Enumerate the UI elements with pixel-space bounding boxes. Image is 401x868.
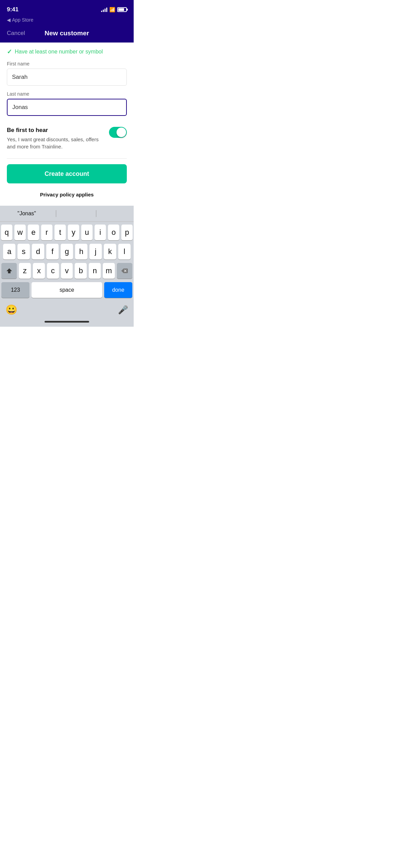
key-f[interactable]: f: [46, 244, 59, 260]
cancel-button[interactable]: Cancel: [7, 30, 25, 37]
battery-icon: [117, 7, 127, 12]
key-q[interactable]: q: [1, 225, 12, 240]
key-w[interactable]: w: [14, 225, 26, 240]
shift-key[interactable]: [1, 263, 17, 279]
key-m[interactable]: m: [103, 263, 115, 279]
divider: [7, 158, 127, 159]
keyboard-area: "Jonas" q w e r t y u i o p a s d f g h …: [0, 206, 134, 327]
key-s[interactable]: s: [17, 244, 30, 260]
key-y[interactable]: y: [68, 225, 79, 240]
key-n[interactable]: n: [89, 263, 101, 279]
back-arrow-icon: ◀: [7, 17, 11, 23]
key-row-1: q w e r t y u i o p: [1, 225, 132, 240]
keyboard: q w e r t y u i o p a s d f g h j k l: [0, 222, 134, 302]
check-icon: ✓: [7, 48, 12, 56]
toggle-text: Be first to hear Yes, I want great disco…: [7, 127, 109, 150]
autocomplete-word-2[interactable]: [72, 212, 80, 215]
toggle-knob: [117, 128, 126, 137]
key-v[interactable]: v: [61, 263, 73, 279]
toggle-title: Be first to hear: [7, 127, 102, 134]
first-name-label: First name: [7, 61, 127, 67]
nav-bar: Cancel New customer: [0, 25, 134, 43]
key-r[interactable]: r: [41, 225, 52, 240]
app-store-label[interactable]: App Store: [12, 17, 33, 23]
page-title: New customer: [45, 29, 89, 37]
be-first-toggle[interactable]: [109, 127, 127, 138]
key-z[interactable]: z: [19, 263, 31, 279]
key-i[interactable]: i: [95, 225, 106, 240]
password-hint-text: Have at least one number or symbol: [15, 49, 103, 55]
key-b[interactable]: b: [75, 263, 87, 279]
last-name-label: Last name: [7, 91, 127, 97]
key-e[interactable]: e: [28, 225, 39, 240]
create-account-button[interactable]: Create account: [7, 164, 127, 183]
key-o[interactable]: o: [108, 225, 119, 240]
status-icons: 📶: [101, 7, 127, 12]
space-key[interactable]: space: [32, 282, 102, 298]
key-row-3: z x c v b n m: [1, 263, 132, 279]
first-name-group: First name: [0, 61, 134, 91]
key-row-2: a s d f g h j k l: [1, 244, 132, 260]
status-time: 9:41: [7, 6, 19, 13]
autocomplete-divider-2: [96, 210, 96, 217]
key-c[interactable]: c: [47, 263, 59, 279]
home-indicator: [0, 319, 134, 327]
home-bar: [45, 321, 89, 323]
privacy-policy-text: Privacy policy applies: [0, 189, 134, 206]
numbers-key[interactable]: 123: [1, 282, 29, 298]
key-t[interactable]: t: [54, 225, 66, 240]
autocomplete-bar: "Jonas": [0, 206, 134, 222]
status-bar: 9:41 📶: [0, 0, 134, 17]
key-d[interactable]: d: [32, 244, 44, 260]
key-g[interactable]: g: [61, 244, 73, 260]
be-first-to-hear-section: Be first to hear Yes, I want great disco…: [0, 121, 134, 156]
autocomplete-word-1[interactable]: "Jonas": [13, 209, 40, 218]
first-name-input[interactable]: [7, 69, 127, 86]
key-x[interactable]: x: [33, 263, 45, 279]
last-name-input[interactable]: [7, 99, 127, 116]
wifi-icon: 📶: [109, 7, 115, 12]
password-hint: ✓ Have at least one number or symbol: [0, 43, 134, 61]
mic-key[interactable]: 🎤: [118, 305, 128, 315]
toggle-description: Yes, I want great discounts, sales, offe…: [7, 136, 102, 150]
key-p[interactable]: p: [121, 225, 133, 240]
key-a[interactable]: a: [3, 244, 15, 260]
app-store-back[interactable]: ◀ App Store: [0, 17, 134, 25]
last-name-group: Last name: [0, 91, 134, 121]
emoji-mic-row: 😀 🎤: [0, 302, 134, 319]
key-l[interactable]: l: [118, 244, 131, 260]
autocomplete-word-3[interactable]: [112, 212, 120, 215]
key-j[interactable]: j: [89, 244, 102, 260]
backspace-key[interactable]: [117, 263, 132, 279]
key-k[interactable]: k: [104, 244, 116, 260]
key-row-4: 123 space done: [1, 282, 132, 298]
key-u[interactable]: u: [81, 225, 93, 240]
done-key[interactable]: done: [104, 282, 132, 298]
key-h[interactable]: h: [75, 244, 87, 260]
emoji-key[interactable]: 😀: [5, 304, 17, 315]
autocomplete-divider-1: [56, 210, 56, 217]
signal-icon: [101, 7, 107, 12]
